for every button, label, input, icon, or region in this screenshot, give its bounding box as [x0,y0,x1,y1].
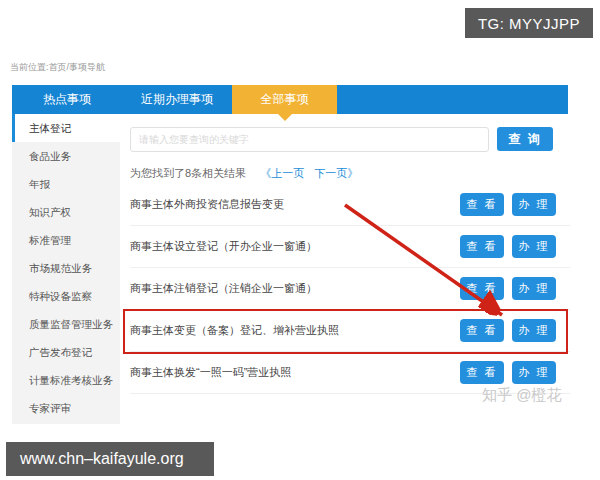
search-button[interactable]: 查 询 [497,127,553,151]
handle-button[interactable]: 办 理 [512,235,556,258]
view-button[interactable]: 查 看 [460,193,504,216]
view-button[interactable]: 查 看 [460,235,504,258]
site-url-badge: www.chn–kaifayule.org [6,442,214,476]
sidebar-item-metrology-assessment[interactable]: 计量标准考核业务 [12,366,120,394]
sidebar-item-food-business[interactable]: 食品业务 [12,142,120,170]
view-button[interactable]: 查 看 [460,361,504,384]
results-summary: 为您找到了8条相关结果 [130,167,246,179]
sidebar-item-advertising-registration[interactable]: 广告发布登记 [12,338,120,366]
item-title: 商事主体注销登记（注销企业一窗通） [130,281,460,296]
list-item: 商事主体注销登记（注销企业一窗通） 查 看 办 理 [130,268,570,310]
search-row: 查 询 [130,126,570,152]
tab-all-items[interactable]: 全部事项 [232,85,337,114]
handle-button[interactable]: 办 理 [512,319,556,342]
list-item: 商事主体外商投资信息报告变更 查 看 办 理 [130,184,570,226]
item-title: 商事主体变更（备案）登记、增补营业执照 [130,323,460,338]
list-item-highlighted: 商事主体变更（备案）登记、增补营业执照 查 看 办 理 [130,310,570,352]
sidebar-item-quality-supervision[interactable]: 质量监督管理业务 [12,310,120,338]
sidebar-item-market-regulation[interactable]: 市场规范业务 [12,254,120,282]
prev-page-link[interactable]: 《上一页 [260,167,304,179]
view-button[interactable]: 查 看 [460,319,504,342]
sidebar-item-intellectual-property[interactable]: 知识产权 [12,198,120,226]
result-list: 商事主体外商投资信息报告变更 查 看 办 理 商事主体设立登记（开办企业一窗通）… [130,184,570,394]
sidebar: 主体登记 食品业务 年报 知识产权 标准管理 市场规范业务 特种设备监察 质量监… [12,114,120,424]
tab-recent-items[interactable]: 近期办理事项 [122,85,232,114]
tab-hot-items[interactable]: 热点事项 [12,85,122,114]
item-title: 商事主体换发“一照一码”营业执照 [130,365,460,380]
sidebar-item-expert-review[interactable]: 专家评审 [12,394,120,422]
handle-button[interactable]: 办 理 [512,277,556,300]
search-input[interactable] [130,127,489,152]
watermark: 知乎 @橙花 [482,386,561,405]
breadcrumb: 当前位置:首页/事项导航 [10,61,105,74]
view-button[interactable]: 查 看 [460,277,504,300]
next-page-link[interactable]: 下一页》 [314,167,358,179]
tab-bar: 热点事项 近期办理事项 全部事项 [12,85,568,114]
sidebar-item-standards-management[interactable]: 标准管理 [12,226,120,254]
sidebar-item-special-equipment[interactable]: 特种设备监察 [12,282,120,310]
list-item: 商事主体设立登记（开办企业一窗通） 查 看 办 理 [130,226,570,268]
item-title: 商事主体设立登记（开办企业一窗通） [130,239,460,254]
sidebar-item-annual-report[interactable]: 年报 [12,170,120,198]
main-content: 查 询 为您找到了8条相关结果《上一页下一页》 商事主体外商投资信息报告变更 查… [130,126,570,394]
results-line: 为您找到了8条相关结果《上一页下一页》 [130,166,570,181]
handle-button[interactable]: 办 理 [512,361,556,384]
tg-contact-badge: TG: MYYJJPP [465,8,593,38]
handle-button[interactable]: 办 理 [512,193,556,216]
sidebar-item-subject-registration[interactable]: 主体登记 [12,114,120,142]
item-title: 商事主体外商投资信息报告变更 [130,197,460,212]
